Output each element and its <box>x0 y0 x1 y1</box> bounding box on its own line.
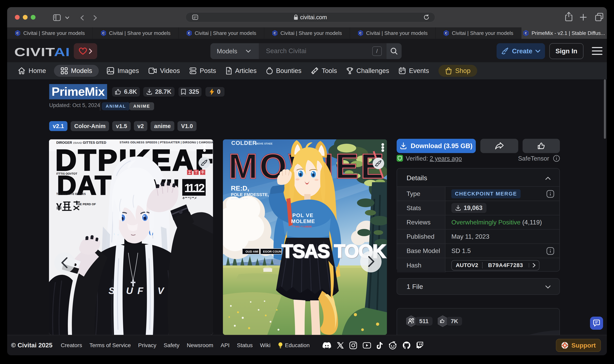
svg-text:COLDER: COLDER <box>231 140 257 146</box>
svg-text:11.12: 11.12 <box>184 182 205 195</box>
svg-text:C: C <box>102 31 105 35</box>
svg-text:C: C <box>525 31 527 35</box>
svg-text:**** MOL *** LEMEME: **** MOL *** LEMEME <box>292 226 312 228</box>
svg-text:MOLEME: MOLEME <box>291 218 315 224</box>
svg-text:¥: ¥ <box>56 201 62 212</box>
svg-text:C: C <box>359 31 362 35</box>
svg-text:EGOR COUN: EGOR COUN <box>263 250 281 253</box>
svg-text:STARS ODLNESS SPEEDS | PTEGAAT: STARS ODLNESS SPEEDS | PTEGAATTER | DIRS… <box>120 141 213 144</box>
svg-text:POL VE: POL VE <box>292 212 314 218</box>
svg-text:RE:D,: RE:D, <box>231 184 249 192</box>
svg-text:TIIE OS GIITE OTFIIES: TIIE OS GIITE OTFIIES <box>56 192 86 195</box>
svg-text:EEOAS VO IF ***: EEOAS VO IF *** <box>231 197 248 200</box>
svg-text:C: C <box>188 31 190 35</box>
svg-text:C: C <box>16 31 19 35</box>
svg-text:MOVE STAEE: MOVE STAEE <box>256 142 273 145</box>
svg-text:TIIE PERD OF: TIIE PERD OF <box>76 202 96 206</box>
svg-text:OUD AMI: OUD AMI <box>246 250 258 253</box>
svg-text:DAT: DAT <box>57 170 111 200</box>
svg-text:POLE FMDESSTE,: POLE FMDESSTE, <box>231 192 269 197</box>
svg-text:C: C <box>445 31 447 35</box>
svg-text:ネ** *リ**メ: ネ** *リ**メ <box>182 196 197 199</box>
svg-text:C: C <box>274 31 276 35</box>
